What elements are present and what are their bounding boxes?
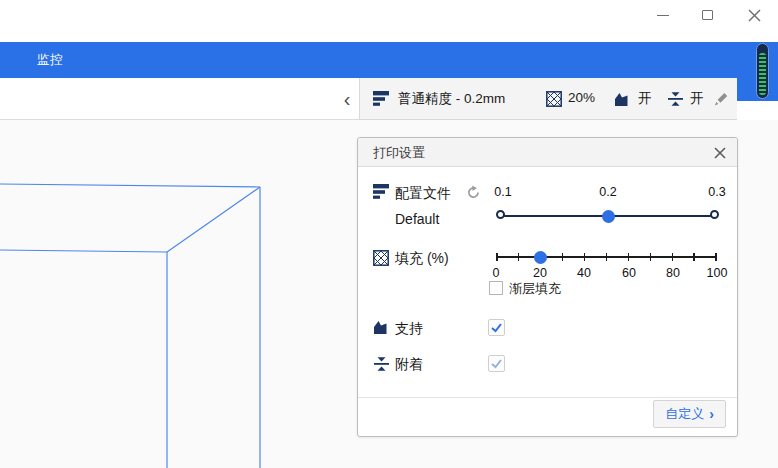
close-icon	[714, 147, 726, 159]
infill-icon	[546, 91, 562, 107]
close-window-button[interactable]	[737, 2, 771, 28]
layers-icon	[373, 184, 390, 199]
adhesion-checkbox[interactable]	[488, 355, 505, 372]
custom-button-label: 自定义	[665, 405, 704, 423]
secondary-toolbar-strip	[0, 78, 359, 120]
profile-slider-stop-min[interactable]	[496, 210, 505, 219]
custom-settings-button[interactable]: 自定义 ›	[653, 400, 726, 428]
adhesion-icon	[668, 91, 683, 107]
edit-pencil-icon[interactable]	[713, 91, 729, 107]
profile-name: Default	[395, 211, 439, 227]
right-gap	[737, 101, 778, 120]
chevron-left-icon: ‹	[344, 89, 351, 109]
check-icon	[490, 357, 503, 370]
infill-tick-20: 20	[522, 266, 558, 280]
infill-tick-40: 40	[566, 266, 602, 280]
minimize-button[interactable]	[646, 2, 680, 28]
infill-label: 填充 (%)	[395, 250, 449, 268]
material-level-stripes	[759, 53, 766, 95]
adhesion-label: 附着	[395, 356, 423, 374]
collapse-panel-button[interactable]: ‹	[336, 86, 358, 112]
infill-icon	[373, 250, 389, 266]
infill-slider-ticks	[496, 253, 717, 261]
infill-tick-100: 100	[699, 266, 735, 280]
restore-button[interactable]	[690, 2, 724, 28]
panel-title: 打印设置	[373, 138, 425, 167]
profile-tick-0.3: 0.3	[699, 185, 735, 199]
profile-slider-stop-max[interactable]	[710, 210, 719, 219]
infill-tick-60: 60	[611, 266, 647, 280]
chevron-right-icon: ›	[709, 406, 714, 422]
print-settings-panel: 打印设置 配置文件 Default 0.1 0.2 0.3 填充 (%)	[357, 137, 738, 437]
tab-monitor[interactable]: 监控	[37, 42, 63, 78]
support-icon	[372, 319, 389, 335]
reset-profile-icon[interactable]	[466, 185, 481, 200]
profile-label: 配置文件	[395, 185, 451, 203]
adhesion-summary-label: 开	[690, 90, 704, 108]
gradual-infill-checkbox[interactable]	[489, 281, 503, 295]
panel-footer-divider	[358, 397, 737, 398]
profile-tick-0.2: 0.2	[590, 185, 626, 199]
profile-tick-0.1: 0.1	[485, 185, 521, 199]
stage-header: 监控	[0, 42, 778, 78]
layers-icon	[373, 91, 390, 106]
check-icon	[490, 321, 503, 334]
support-checkbox[interactable]	[488, 319, 505, 336]
profile-summary-label: 普通精度 - 0.2mm	[398, 90, 505, 108]
extruder-material-indicator[interactable]	[756, 43, 769, 99]
panel-header: 打印设置	[358, 138, 737, 167]
restore-icon	[702, 10, 713, 20]
title-bar	[0, 0, 778, 42]
infill-tick-0: 0	[478, 266, 514, 280]
infill-slider-handle[interactable]	[534, 251, 547, 264]
application-window: 监控 ‹ 普通精度 - 0.2mm 20%	[0, 0, 778, 468]
infill-summary-label: 20%	[568, 90, 595, 105]
profile-slider-handle[interactable]	[602, 210, 615, 223]
gradual-infill-label: 渐层填充	[509, 280, 561, 298]
support-summary-label: 开	[638, 90, 652, 108]
infill-tick-80: 80	[655, 266, 691, 280]
support-icon	[613, 91, 630, 107]
minimize-icon	[657, 15, 669, 16]
print-settings-summary-bar[interactable]: 普通精度 - 0.2mm 20% 开 开	[359, 78, 737, 120]
close-icon	[748, 9, 761, 22]
adhesion-icon	[374, 356, 389, 372]
support-label: 支持	[395, 320, 423, 338]
close-panel-button[interactable]	[711, 144, 729, 162]
